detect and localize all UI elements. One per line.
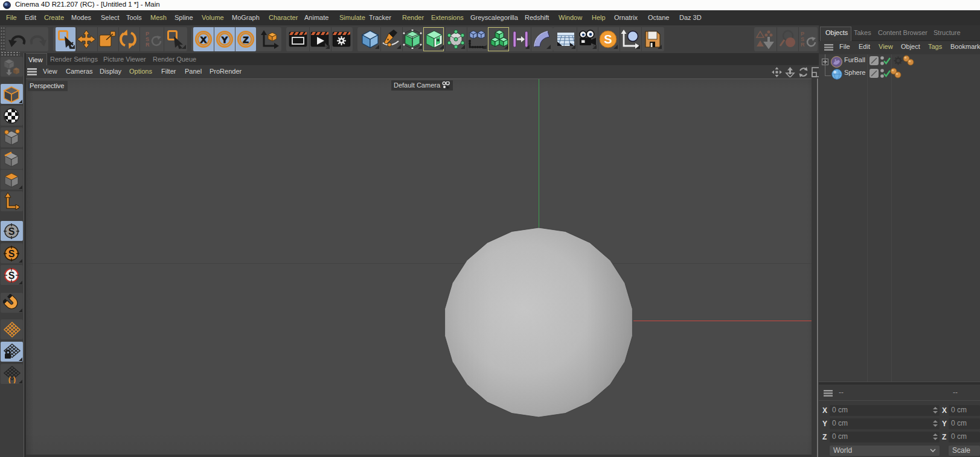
svg-text:X: X (200, 34, 207, 45)
svg-text:R: R (146, 42, 150, 48)
svg-text:R: R (801, 42, 805, 48)
svg-text:S: S (8, 270, 15, 281)
svg-text:Y: Y (222, 34, 228, 45)
svg-text:S: S (604, 33, 612, 46)
svg-text:( ): ( ) (8, 375, 16, 383)
svg-text:Z: Z (243, 34, 249, 45)
svg-text:S: S (8, 249, 15, 259)
svg-text:S: S (8, 226, 15, 237)
